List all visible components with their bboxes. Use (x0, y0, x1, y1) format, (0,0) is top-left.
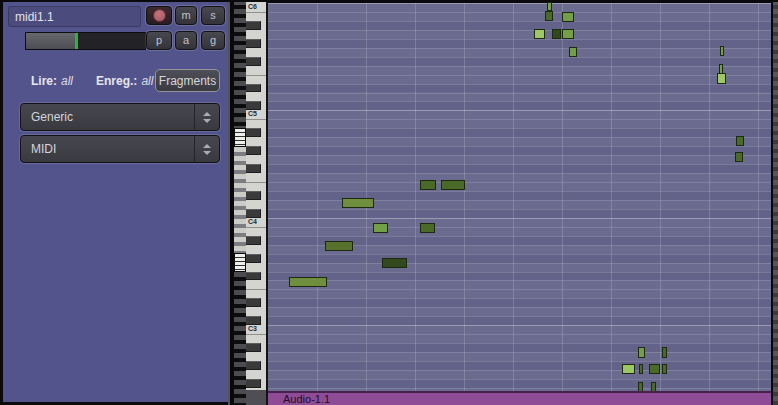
piano-key[interactable] (246, 39, 261, 48)
piano-key[interactable] (246, 12, 266, 21)
piano-key[interactable] (246, 334, 266, 343)
beat-line (415, 0, 416, 391)
piano-key[interactable] (246, 84, 261, 93)
spinner-icon[interactable] (194, 136, 219, 162)
piano-key[interactable] (246, 48, 266, 57)
piano-key[interactable] (246, 254, 261, 263)
midi-note[interactable] (534, 29, 545, 39)
piano-key[interactable] (246, 343, 261, 352)
input-button[interactable]: p (146, 31, 172, 50)
grid-row (268, 298, 771, 307)
midi-note[interactable] (289, 277, 327, 287)
midi-note[interactable] (736, 136, 744, 146)
track-name-field[interactable]: midi1.1 (8, 6, 141, 27)
piano-key[interactable] (246, 379, 261, 388)
piano-key[interactable] (246, 307, 266, 316)
piano-key[interactable] (246, 155, 266, 164)
piano-key[interactable] (246, 227, 266, 236)
midi-note[interactable] (552, 29, 561, 39)
piano-key[interactable] (246, 200, 266, 209)
gain-fader[interactable] (25, 32, 146, 50)
midi-note[interactable] (735, 152, 743, 162)
midi-note[interactable] (649, 364, 660, 374)
midi-note[interactable] (569, 47, 577, 57)
piano-key[interactable] (246, 128, 261, 137)
midi-note[interactable] (720, 46, 724, 56)
midi-note[interactable] (545, 11, 553, 21)
piano-key[interactable] (246, 352, 266, 361)
midi-note[interactable] (342, 198, 374, 208)
piano-key[interactable] (246, 272, 261, 281)
automation-button[interactable]: a (175, 31, 197, 50)
window-top-border (0, 0, 778, 2)
piano-key[interactable] (246, 236, 261, 245)
grid-row (268, 12, 771, 21)
solo-button[interactable]: s (201, 6, 225, 25)
grid-row (268, 173, 771, 182)
midi-note[interactable] (622, 364, 635, 374)
piano-key[interactable] (246, 361, 261, 370)
piano-key[interactable] (246, 182, 266, 191)
piano-key[interactable] (246, 66, 266, 75)
piano-key[interactable] (246, 164, 261, 173)
octave-label: C5 (248, 109, 257, 118)
channel-select[interactable]: MIDI (20, 135, 220, 163)
record-button[interactable] (146, 6, 172, 25)
scroomer[interactable] (234, 0, 246, 405)
piano-key[interactable] (246, 119, 266, 128)
midi-note[interactable] (662, 364, 667, 374)
piano-key[interactable] (246, 173, 266, 182)
midi-note[interactable] (547, 2, 552, 11)
scroomer-bottom-handle[interactable] (234, 253, 246, 272)
piano-key[interactable] (246, 137, 266, 146)
fragments-button[interactable]: Fragments (155, 69, 220, 92)
midi-note[interactable] (638, 347, 645, 358)
mode-select[interactable]: Generic (20, 103, 220, 131)
piano-key[interactable] (246, 298, 261, 307)
grid-row (268, 84, 771, 93)
midi-note[interactable] (562, 12, 574, 22)
audio-region[interactable]: Audio-1.1 (268, 391, 771, 405)
piano-key[interactable] (246, 289, 266, 298)
piano-key[interactable] (246, 146, 261, 155)
midi-note[interactable] (420, 223, 435, 233)
right-scrollbar[interactable] (773, 0, 778, 405)
keyboard-bottom-filler (246, 390, 268, 405)
piano-key[interactable] (246, 93, 266, 102)
spinner-icon[interactable] (194, 104, 219, 130)
scroomer-top-handle[interactable] (234, 128, 246, 147)
record-icon (153, 9, 166, 22)
beat-line (513, 0, 514, 391)
note-grid[interactable] (268, 0, 771, 391)
piano-key[interactable] (246, 75, 266, 84)
grid-row (268, 39, 771, 48)
midi-note[interactable] (325, 241, 353, 251)
midi-note[interactable] (717, 73, 726, 84)
piano-key[interactable] (246, 280, 266, 289)
octave-label: C4 (248, 217, 257, 226)
piano-key[interactable] (246, 191, 261, 200)
piano-key[interactable] (246, 370, 266, 379)
midi-note[interactable] (651, 382, 656, 391)
midi-note[interactable] (373, 223, 388, 233)
midi-note[interactable] (441, 180, 465, 190)
midi-note[interactable] (420, 180, 436, 190)
mute-button[interactable]: m (175, 6, 197, 25)
piano-key[interactable] (246, 57, 261, 66)
grid-row (268, 334, 771, 343)
arrow-up-icon (203, 112, 211, 116)
piano-key[interactable] (246, 30, 266, 39)
piano-key[interactable] (246, 21, 261, 30)
midi-note[interactable] (638, 382, 643, 391)
fragments-label: Fragments (159, 74, 216, 88)
piano-key[interactable] (246, 245, 266, 254)
group-button[interactable]: g (201, 31, 225, 50)
beat-line (611, 0, 612, 391)
mode-select-value: Generic (31, 110, 73, 124)
midi-note[interactable] (562, 29, 574, 39)
midi-note[interactable] (639, 364, 643, 374)
piano-key[interactable] (246, 263, 266, 272)
midi-note[interactable] (382, 258, 407, 268)
piano-keyboard[interactable]: C6C5C4C3 (246, 0, 268, 390)
midi-note[interactable] (662, 347, 667, 358)
